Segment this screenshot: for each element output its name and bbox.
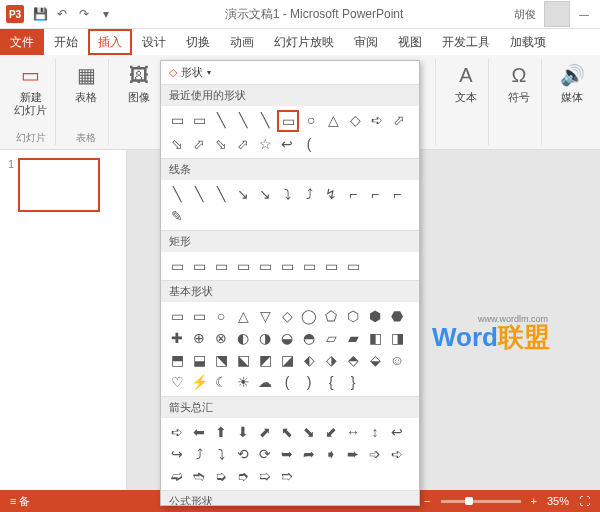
shape-item[interactable]: ⌐ [365, 184, 385, 204]
shape-item[interactable]: ☺ [387, 350, 407, 370]
shape-item[interactable]: ↘ [255, 184, 275, 204]
tab-file[interactable]: 文件 [0, 29, 44, 55]
text-button[interactable]: A 文本 [450, 59, 482, 106]
shape-item[interactable]: ⤴ [299, 184, 319, 204]
shape-item[interactable]: ⟲ [233, 444, 253, 464]
shape-item[interactable]: ⬖ [299, 350, 319, 370]
shape-item[interactable]: ◨ [387, 328, 407, 348]
zoom-slider[interactable] [441, 500, 521, 503]
shape-item[interactable]: ◯ [299, 306, 319, 326]
tab-transition[interactable]: 切换 [176, 29, 220, 55]
shape-item[interactable]: ↩ [277, 134, 297, 154]
symbol-button[interactable]: Ω 符号 [503, 59, 535, 106]
shape-item[interactable]: ◪ [277, 350, 297, 370]
avatar[interactable] [544, 1, 570, 27]
shape-item[interactable]: ▭ [211, 256, 231, 276]
shape-item[interactable]: ) [299, 372, 319, 392]
shape-item[interactable]: { [321, 372, 341, 392]
shape-item[interactable]: ▭ [277, 110, 299, 132]
shape-item[interactable]: △ [323, 110, 343, 130]
new-slide-button[interactable]: ▭ 新建 幻灯片 [12, 59, 49, 119]
undo-icon[interactable]: ↶ [54, 6, 70, 22]
shape-item[interactable]: ⬋ [321, 422, 341, 442]
shape-item[interactable]: ⬓ [189, 350, 209, 370]
shape-item[interactable]: ➫ [167, 466, 187, 486]
shape-item[interactable]: ( [299, 134, 319, 154]
shape-item[interactable]: ↯ [321, 184, 341, 204]
redo-icon[interactable]: ↷ [76, 6, 92, 22]
shape-item[interactable]: ◓ [299, 328, 319, 348]
shape-item[interactable]: ╲ [167, 184, 187, 204]
shape-item[interactable]: ⬀ [389, 110, 409, 130]
shape-item[interactable]: ▭ [189, 306, 209, 326]
shape-item[interactable]: ⬙ [365, 350, 385, 370]
tab-view[interactable]: 视图 [388, 29, 432, 55]
fit-window-icon[interactable]: ⛶ [579, 495, 590, 507]
tab-slideshow[interactable]: 幻灯片放映 [264, 29, 344, 55]
shape-item[interactable]: ⤵ [211, 444, 231, 464]
shape-item[interactable]: ♡ [167, 372, 187, 392]
shape-item[interactable]: ⬀ [189, 134, 209, 154]
shape-item[interactable]: } [343, 372, 363, 392]
shape-item[interactable]: ⤴ [189, 444, 209, 464]
shape-item[interactable]: ( [277, 372, 297, 392]
shape-item[interactable]: ▭ [189, 256, 209, 276]
shape-item[interactable]: ⬀ [233, 134, 253, 154]
shape-item[interactable]: ➱ [277, 466, 297, 486]
shape-item[interactable]: ⬆ [211, 422, 231, 442]
shape-item[interactable]: ✎ [167, 206, 187, 226]
shape-item[interactable]: ⬡ [343, 306, 363, 326]
zoom-out-icon[interactable]: − [424, 495, 430, 507]
shape-item[interactable]: ➯ [255, 466, 275, 486]
shape-item[interactable]: ▭ [343, 256, 363, 276]
shape-item[interactable]: ⬂ [167, 134, 187, 154]
shape-item[interactable]: ☀ [233, 372, 253, 392]
shape-item[interactable]: ➭ [211, 466, 231, 486]
shape-item[interactable]: ╲ [211, 184, 231, 204]
shape-item[interactable]: ⬢ [365, 306, 385, 326]
shape-item[interactable]: ➥ [277, 444, 297, 464]
shape-item[interactable]: ➨ [343, 444, 363, 464]
shape-item[interactable]: ➮ [233, 466, 253, 486]
shape-item[interactable]: ⬊ [299, 422, 319, 442]
shape-item[interactable]: ╲ [255, 110, 275, 130]
shape-item[interactable]: ⬠ [321, 306, 341, 326]
user-name[interactable]: 胡俊 [514, 7, 536, 22]
shape-item[interactable]: ➪ [167, 422, 187, 442]
shape-item[interactable]: ☾ [211, 372, 231, 392]
shape-item[interactable]: ╲ [211, 110, 231, 130]
shape-item[interactable]: ⚡ [189, 372, 209, 392]
shape-item[interactable]: ◇ [277, 306, 297, 326]
shape-item[interactable]: ⟳ [255, 444, 275, 464]
slide-thumbnail-1[interactable] [18, 158, 100, 212]
shape-item[interactable]: ↪ [167, 444, 187, 464]
shape-item[interactable]: ▽ [255, 306, 275, 326]
shape-item[interactable]: ⌐ [387, 184, 407, 204]
shape-item[interactable]: ╲ [189, 184, 209, 204]
shape-item[interactable]: ⬘ [343, 350, 363, 370]
shape-item[interactable]: ▭ [277, 256, 297, 276]
shape-item[interactable]: ⬈ [255, 422, 275, 442]
shape-item[interactable]: ▱ [321, 328, 341, 348]
shape-item[interactable]: ▭ [167, 306, 187, 326]
shape-item[interactable]: ➪ [367, 110, 387, 130]
tab-anim[interactable]: 动画 [220, 29, 264, 55]
shape-item[interactable]: ⤵ [277, 184, 297, 204]
shape-item[interactable]: ◒ [277, 328, 297, 348]
shape-item[interactable]: ○ [301, 110, 321, 130]
save-icon[interactable]: 💾 [32, 6, 48, 22]
shape-item[interactable]: ⬕ [233, 350, 253, 370]
zoom-level[interactable]: 35% [547, 495, 569, 507]
shape-item[interactable]: ⊗ [211, 328, 231, 348]
shape-item[interactable]: ◇ [345, 110, 365, 130]
media-button[interactable]: 🔊 媒体 [556, 59, 588, 106]
shape-item[interactable]: ⌐ [343, 184, 363, 204]
shape-item[interactable]: ◐ [233, 328, 253, 348]
shape-item[interactable]: ⬒ [167, 350, 187, 370]
shape-item[interactable]: ⬉ [277, 422, 297, 442]
shape-item[interactable]: ▰ [343, 328, 363, 348]
shape-item[interactable]: ▭ [167, 256, 187, 276]
shape-item[interactable]: ▭ [189, 110, 209, 130]
shape-item[interactable]: ⬣ [387, 306, 407, 326]
shape-item[interactable]: ✚ [167, 328, 187, 348]
